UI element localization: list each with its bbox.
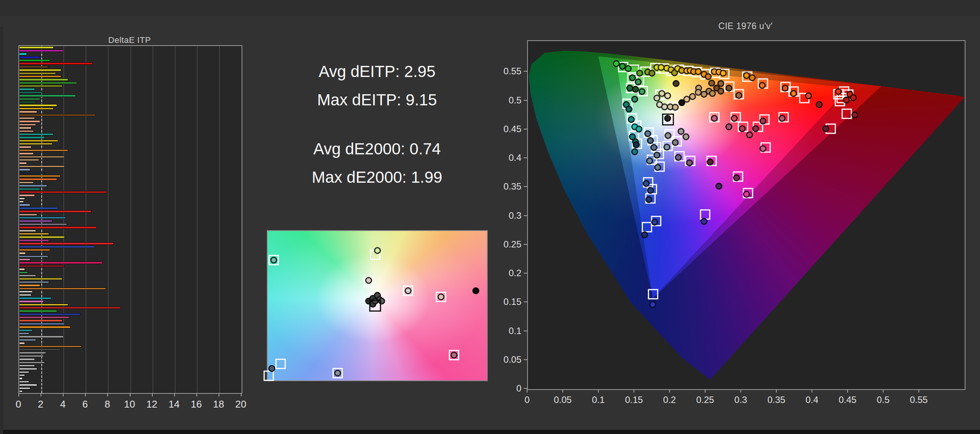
de-bar	[19, 349, 60, 350]
de-bar	[19, 53, 27, 55]
stats-de2000-group: Avg dE2000: 0.74Max dE2000: 1.99	[245, 135, 509, 192]
de-bar	[19, 230, 36, 232]
de-bar	[19, 46, 54, 48]
de-bar	[19, 346, 82, 347]
x-tick-mark	[241, 393, 242, 396]
measurement-point	[635, 79, 642, 85]
de-bar	[19, 159, 39, 161]
measurement-point	[631, 148, 638, 155]
measurement-point	[705, 73, 712, 80]
y-tick-label: 0	[491, 383, 521, 394]
target-threshold-line	[41, 46, 42, 393]
y-tick-label: 0.55	[491, 66, 521, 77]
de-bar	[19, 329, 33, 331]
de-bar	[19, 275, 36, 277]
de-bar	[19, 288, 106, 290]
de-bar	[19, 300, 44, 302]
de-bar	[19, 239, 49, 241]
de-bar	[19, 310, 57, 312]
bottom-band	[0, 430, 980, 434]
x-tick-mark	[598, 389, 599, 393]
x-tick-mark	[669, 389, 670, 393]
measurement-point	[707, 159, 714, 165]
y-tick-mark	[524, 215, 527, 216]
de-bar	[19, 246, 95, 248]
x-tick-label: 20	[227, 398, 254, 410]
de-bar	[19, 284, 40, 286]
de-bar	[19, 371, 29, 373]
measurement-point	[675, 154, 682, 161]
measurement-point	[365, 277, 372, 284]
de-bar	[19, 198, 25, 200]
de-bar	[19, 133, 54, 135]
target-square	[642, 222, 652, 233]
gridline	[86, 46, 86, 393]
whitepoint-target-square	[369, 300, 381, 312]
gridline	[219, 46, 220, 393]
x-tick-mark	[562, 389, 563, 393]
measurement-point	[759, 82, 766, 89]
stats-block: Avg dEITP: 2.95Max dEITP: 9.15 Avg dE200…	[245, 57, 509, 192]
measurement-point	[664, 92, 671, 99]
measurement-point	[334, 370, 341, 377]
x-tick-mark	[63, 393, 64, 396]
de-bar	[19, 210, 91, 212]
target-square	[842, 108, 852, 119]
de-bar	[19, 236, 65, 238]
de-bar	[19, 259, 30, 260]
de-bar	[19, 384, 37, 386]
stats-line: Avg dE2000: 0.74	[245, 135, 509, 163]
gridline	[131, 46, 131, 393]
y-tick-mark	[524, 244, 527, 245]
de-bar	[19, 136, 45, 138]
de-bar	[19, 117, 35, 119]
x-tick-mark	[918, 389, 919, 393]
measurement-point	[701, 218, 707, 225]
de-bar	[19, 281, 49, 283]
de-bar	[19, 226, 97, 228]
stats-line: Max dEITP: 9.15	[245, 86, 509, 114]
x-tick-mark	[705, 389, 706, 393]
measurement-point	[851, 111, 858, 118]
de-bar	[19, 201, 24, 203]
x-tick-mark	[196, 393, 197, 396]
de-bar	[19, 120, 40, 122]
x-tick-mark	[41, 393, 41, 396]
measurement-point	[749, 74, 756, 81]
measurement-point	[739, 125, 746, 132]
delta-itp-bar-chart[interactable]	[18, 45, 242, 394]
de-bar	[19, 59, 50, 61]
ab-plane-scatter[interactable]	[267, 230, 488, 381]
x-tick-label: 0.45	[830, 395, 865, 405]
measurement-point	[649, 301, 656, 308]
de-bar	[19, 62, 93, 64]
de-bar	[19, 217, 66, 219]
stats-deitp-group: Avg dEITP: 2.95Max dEITP: 9.15	[245, 57, 509, 114]
de-bar	[19, 127, 31, 129]
de-bar	[19, 111, 37, 113]
measurement-point	[636, 70, 643, 77]
de-bar	[19, 265, 65, 267]
measurement-point	[678, 99, 685, 106]
y-tick-mark	[524, 359, 527, 360]
de-bar	[19, 313, 80, 315]
x-tick-mark	[85, 393, 86, 396]
de-bar	[19, 252, 26, 254]
de-bar	[19, 108, 54, 110]
de-bar	[19, 56, 40, 58]
y-tick-mark	[524, 129, 527, 129]
measurement-point	[644, 130, 651, 137]
x-tick-label: 0.1	[581, 395, 616, 405]
measurement-point	[720, 70, 727, 77]
de-bar	[19, 304, 68, 306]
measurement-point	[805, 92, 812, 99]
x-tick-mark	[883, 389, 884, 393]
de-bar	[19, 368, 37, 370]
y-tick-label: 0.3	[491, 210, 521, 221]
measurement-point	[648, 70, 655, 77]
measurement-point	[683, 133, 689, 140]
de-bar	[19, 50, 64, 52]
cie-1976-uv-diagram[interactable]	[527, 40, 965, 390]
de-bar	[19, 66, 48, 68]
target-square	[263, 371, 274, 381]
